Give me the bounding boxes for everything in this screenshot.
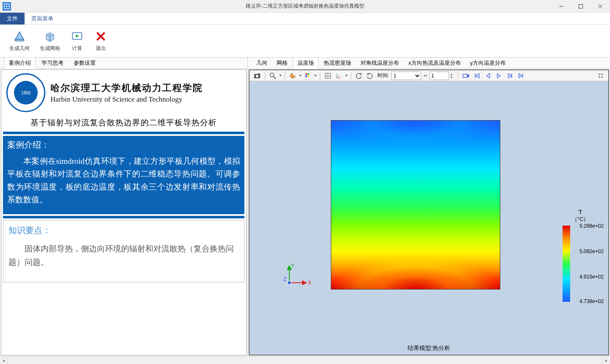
legend-tick: 4.738e+02	[580, 298, 604, 304]
result-model-label: 结果模型:热分析	[408, 345, 451, 352]
shape-cube-icon	[43, 30, 57, 43]
viz-tab-ydir[interactable]: y方向温度分布	[466, 58, 510, 69]
tab-study-think[interactable]: 学习思考	[37, 58, 68, 69]
fit-view-icon[interactable]	[323, 71, 333, 80]
tab-param-set[interactable]: 参数设置	[69, 58, 100, 69]
viz-tab-geometry[interactable]: 几何	[252, 58, 272, 69]
left-sub-tabs: 案例介绍 学习思考 参数设置	[0, 58, 247, 69]
cube-color-icon[interactable]	[303, 71, 313, 80]
play-forward-icon[interactable]	[494, 71, 504, 80]
zoom-icon[interactable]	[268, 71, 278, 80]
generate-geometry-button[interactable]: 生成几何	[4, 28, 35, 54]
play-icon	[70, 30, 84, 43]
expand-icon[interactable]	[596, 71, 606, 80]
app-icon	[3, 2, 11, 11]
axes-triad: X Y Z	[283, 263, 313, 290]
svg-point-14	[270, 73, 274, 77]
palette-icon[interactable]	[288, 71, 298, 80]
viz-tab-xdir[interactable]: x方向热流及温度分布	[404, 58, 465, 69]
intro-body: 本案例在simdroid仿真环境下，建立方形平板几何模型，模拟平板在辐射和对流复…	[7, 155, 240, 207]
next-icon[interactable]	[505, 71, 515, 80]
ribbon-label: 退出	[96, 45, 106, 52]
dropdown-arrow-icon[interactable]: ▼	[299, 74, 302, 77]
dropdown-arrow-icon[interactable]: ▼	[279, 74, 282, 77]
ribbon-label: 生成网格	[40, 45, 60, 52]
university-name-en: Harbin University of Science and Technol…	[50, 95, 241, 104]
legend-tick: 5.268e+02	[580, 223, 604, 229]
intro-section: 案例介绍： 本案例在simdroid仿真环境下，建立方形平板几何模型，模拟平板在…	[3, 136, 244, 214]
viz-tab-heatflux[interactable]: 热流密度场	[319, 58, 355, 69]
close-button[interactable]	[591, 0, 610, 13]
ribbon-label: 计算	[72, 45, 82, 52]
maximize-button[interactable]	[571, 0, 591, 13]
main-area: 案例介绍 学习思考 参数设置 1950 哈尔滨理工大学机械动力工程学院 Harb…	[0, 58, 610, 356]
skip-last-icon[interactable]	[516, 71, 526, 80]
viz-tab-temperature[interactable]: 温度场	[293, 57, 319, 69]
calculate-button[interactable]: 计算	[65, 28, 89, 54]
svg-point-31	[288, 281, 291, 284]
close-x-icon	[94, 30, 108, 43]
knowledge-title: 知识要点：	[8, 225, 239, 236]
intro-title: 案例介绍：	[7, 139, 240, 151]
svg-line-24	[337, 75, 340, 78]
separator	[320, 72, 320, 80]
camera-icon[interactable]	[252, 71, 262, 80]
skip-first-icon[interactable]	[472, 71, 482, 80]
svg-rect-13	[258, 73, 260, 74]
viz-tab-diagonal[interactable]: 对角线温度分布	[356, 58, 403, 69]
visualization-area: ▼ ▼ ▼ ▼ 时间: 1 ▲▼	[249, 69, 609, 356]
right-panel: 几何 网格 温度场 热流密度场 对角线温度分布 x方向热流及温度分布 y方向温度…	[248, 58, 610, 356]
university-name-cn: 哈尔滨理工大学机械动力工程学院	[50, 82, 241, 94]
record-icon[interactable]	[461, 71, 471, 80]
svg-point-21	[327, 75, 328, 76]
viz-tabs: 几何 网格 温度场 热流密度场 对角线温度分布 x方向热流及温度分布 y方向温度…	[248, 58, 610, 69]
status-bar: ◂ ▸	[0, 356, 610, 364]
minimize-button[interactable]	[552, 0, 571, 13]
canvas[interactable]: X Y Z T （°C） 5.268e+02 5.092e+02 4.915e+…	[250, 81, 608, 355]
color-legend: T （°C） 5.268e+02 5.092e+02 4.915e+02 4.7…	[555, 208, 606, 302]
divider-bar	[3, 216, 244, 218]
prev-icon[interactable]	[483, 71, 493, 80]
shape-triangle-icon	[13, 30, 26, 43]
scroll-right-icon[interactable]: ▸	[602, 357, 610, 364]
ribbon-label: 生成几何	[9, 45, 30, 52]
viz-tab-mesh[interactable]: 网格	[272, 58, 292, 69]
legend-unit: （°C）	[555, 215, 606, 223]
dropdown-arrow-icon[interactable]: ▼	[345, 74, 348, 77]
case-subtitle: 基于辐射与对流复合散热边界的二维平板导热分析	[1, 116, 246, 132]
left-content: 1950 哈尔滨理工大学机械动力工程学院 Harbin University o…	[1, 69, 247, 356]
scroll-left-icon[interactable]: ◂	[0, 357, 8, 364]
separator	[265, 72, 265, 80]
generate-mesh-button[interactable]: 生成网格	[35, 28, 65, 54]
ribbon: 生成几何 生成网格 计算 退出	[0, 25, 610, 58]
temperature-heatmap	[331, 120, 500, 290]
university-logo: 1950	[6, 73, 45, 112]
time-label: 时间:	[377, 72, 389, 79]
window-title: 路义萍-二维正方形区域考虑辐射换热温度场仿真模型	[246, 3, 364, 10]
redo-icon[interactable]	[365, 71, 375, 80]
frame-input[interactable]	[430, 72, 449, 80]
tab-case-intro[interactable]: 案例介绍	[4, 57, 36, 69]
axis-y-label: Y	[291, 263, 294, 269]
dropdown-arrow-icon[interactable]: ▼	[314, 74, 317, 77]
axis-z-label: Z	[283, 276, 286, 282]
undo-icon[interactable]	[354, 71, 364, 80]
svg-rect-4	[579, 4, 583, 8]
svg-rect-17	[308, 73, 309, 75]
time-select[interactable]: 1	[391, 72, 421, 80]
menu-tab-file[interactable]: 文件	[0, 13, 25, 25]
left-panel: 案例介绍 学习思考 参数设置 1950 哈尔滨理工大学机械动力工程学院 Harb…	[0, 58, 248, 356]
university-text: 哈尔滨理工大学机械动力工程学院 Harbin University of Sci…	[50, 82, 241, 104]
link-icon[interactable]	[422, 71, 429, 80]
axes-icon[interactable]	[334, 71, 344, 80]
svg-line-15	[274, 77, 276, 79]
menu-tab-page[interactable]: 页面菜单	[25, 13, 60, 25]
separator	[285, 72, 285, 80]
spinner-icon[interactable]: ▲▼	[450, 73, 453, 79]
svg-rect-16	[305, 73, 307, 75]
exit-button[interactable]: 退出	[89, 28, 113, 54]
legend-title: T	[555, 208, 606, 215]
axis-x-label: X	[308, 280, 311, 286]
knowledge-section: 知识要点： 固体内部导热，侧边向环境的辐射和对流散热（复合换热问题）问题。	[3, 220, 244, 283]
window-controls	[552, 0, 610, 13]
